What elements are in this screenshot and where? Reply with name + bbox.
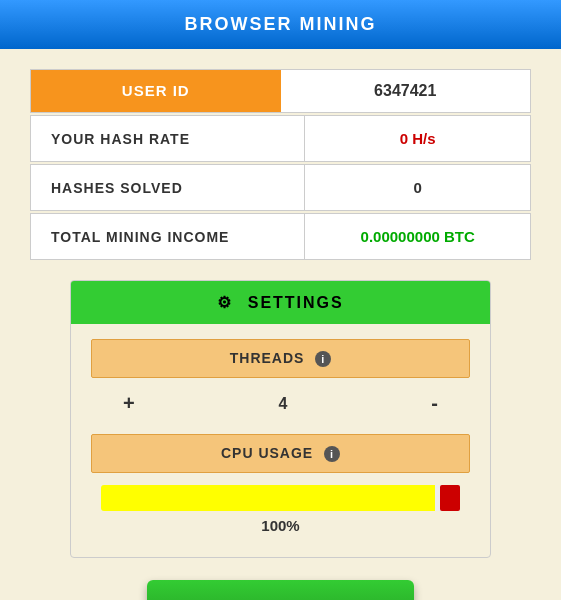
hash-rate-row: YOUR HASH RATE 0 H/s [30,115,531,162]
threads-info-icon[interactable]: i [315,351,331,367]
threads-plus-button[interactable]: + [111,388,147,419]
cpu-slider-track[interactable] [101,485,460,511]
cpu-percent-value: 100% [101,511,460,536]
cpu-info-icon[interactable]: i [324,446,340,462]
user-id-value: 6347421 [281,70,531,112]
start-mining-button[interactable]: START MINING [147,580,414,600]
hash-rate-label: YOUR HASH RATE [31,116,305,161]
mining-income-label: TOTAL MINING INCOME [31,214,305,259]
user-id-row: USER ID 6347421 [30,69,531,113]
hash-rate-value: 0 H/s [305,116,530,161]
hashes-solved-row: HASHES SOLVED 0 [30,164,531,211]
threads-label-bar: THREADS i [91,339,470,378]
gear-icon: ⚙ [217,294,233,311]
threads-control: + 4 - [91,378,470,429]
hashes-solved-label: HASHES SOLVED [31,165,305,210]
cpu-usage-label-bar: CPU USAGE i [91,434,470,473]
cpu-slider-fill [101,485,435,511]
cpu-usage-label: CPU USAGE [221,445,313,461]
cpu-slider-container: 100% [91,473,470,542]
settings-title: SETTINGS [248,294,344,311]
cpu-slider-thumb[interactable] [440,485,460,511]
header-title: BROWSER MINING [185,14,377,34]
settings-header: ⚙ SETTINGS [71,281,490,324]
threads-value: 4 [279,395,288,413]
hashes-solved-value: 0 [305,165,530,210]
page-header: BROWSER MINING [0,0,561,49]
settings-inner: THREADS i + 4 - CPU USAGE i 100% [71,324,490,557]
threads-minus-button[interactable]: - [419,388,450,419]
settings-container: ⚙ SETTINGS THREADS i + 4 - CPU USAGE i [70,280,491,558]
threads-label: THREADS [230,350,305,366]
user-id-label: USER ID [31,70,281,112]
mining-income-row: TOTAL MINING INCOME 0.00000000 BTC [30,213,531,260]
main-content: USER ID 6347421 YOUR HASH RATE 0 H/s HAS… [0,49,561,600]
mining-income-value: 0.00000000 BTC [305,214,530,259]
